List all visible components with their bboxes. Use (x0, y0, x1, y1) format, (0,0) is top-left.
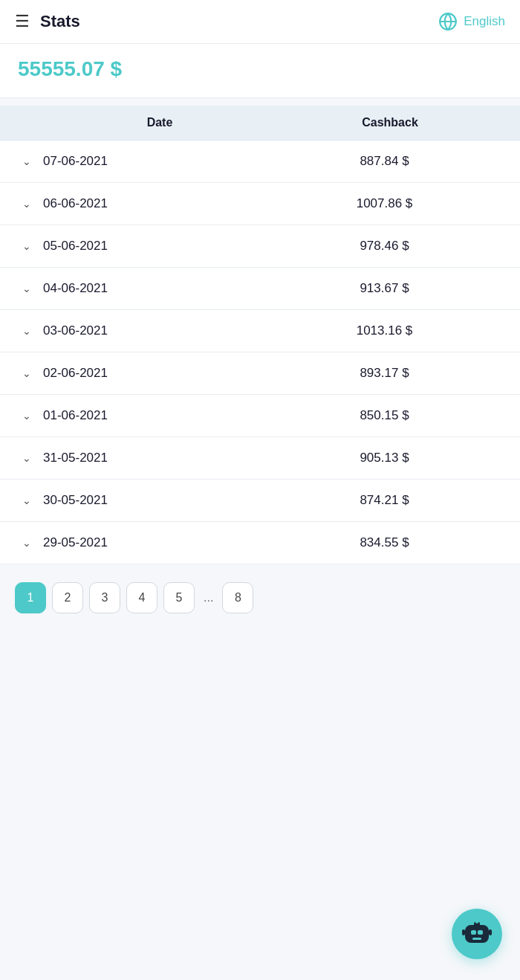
menu-icon[interactable]: ☰ (15, 12, 30, 31)
cashback-cell: 905.13 $ (264, 451, 505, 465)
table-row[interactable]: ⌄ 06-06-2021 1007.86 $ (0, 183, 520, 225)
page-button-4[interactable]: 4 (126, 582, 157, 613)
language-switcher[interactable]: English (438, 12, 505, 31)
robot-icon (461, 918, 493, 950)
chevron-down-icon: ⌄ (22, 240, 31, 252)
cashback-cell: 978.46 $ (264, 239, 505, 254)
table-row[interactable]: ⌄ 29-05-2021 834.55 $ (0, 522, 520, 564)
date-value: 29-05-2021 (43, 535, 108, 550)
date-value: 01-06-2021 (43, 408, 108, 423)
date-value: 31-05-2021 (43, 451, 108, 465)
chevron-down-icon: ⌄ (22, 283, 31, 294)
page-button-1[interactable]: 1 (15, 582, 46, 613)
cashback-cell: 874.21 $ (264, 493, 505, 508)
balance-card: 55555.07 $ (0, 44, 520, 98)
stats-table: Date Cashback ⌄ 07-06-2021 887.84 $ ⌄ 06… (0, 106, 520, 564)
table-row[interactable]: ⌄ 31-05-2021 905.13 $ (0, 437, 520, 480)
robot-fab[interactable] (452, 909, 502, 959)
table-row[interactable]: ⌄ 05-06-2021 978.46 $ (0, 225, 520, 268)
date-value: 04-06-2021 (43, 281, 108, 296)
cashback-cell: 887.84 $ (264, 154, 505, 169)
date-cell: ⌄ 01-06-2021 (15, 408, 264, 423)
chevron-down-icon: ⌄ (22, 410, 31, 422)
table-row[interactable]: ⌄ 01-06-2021 850.15 $ (0, 395, 520, 437)
table-row[interactable]: ⌄ 30-05-2021 874.21 $ (0, 480, 520, 522)
globe-icon (438, 12, 458, 31)
date-value: 03-06-2021 (43, 323, 108, 338)
table-row[interactable]: ⌄ 02-06-2021 893.17 $ (0, 352, 520, 395)
date-value: 02-06-2021 (43, 366, 108, 381)
page-title: Stats (40, 12, 80, 31)
date-cell: ⌄ 05-06-2021 (15, 239, 264, 254)
cashback-column-header: Cashback (275, 116, 505, 129)
svg-rect-7 (489, 929, 492, 935)
date-cell: ⌄ 29-05-2021 (15, 535, 264, 550)
date-value: 07-06-2021 (43, 154, 108, 169)
date-value: 06-06-2021 (43, 196, 108, 211)
page-button-5[interactable]: 5 (163, 582, 195, 613)
chevron-down-icon: ⌄ (22, 367, 31, 379)
svg-rect-3 (471, 930, 476, 935)
date-cell: ⌄ 04-06-2021 (15, 281, 264, 296)
chevron-down-icon: ⌄ (22, 198, 31, 210)
date-cell: ⌄ 30-05-2021 (15, 493, 264, 508)
page-button-8[interactable]: 8 (222, 582, 253, 613)
table-header: Date Cashback (0, 106, 520, 141)
date-column-header: Date (15, 116, 275, 129)
svg-point-9 (475, 921, 478, 923)
chevron-down-icon: ⌄ (22, 537, 31, 549)
language-label: English (464, 14, 505, 29)
date-cell: ⌄ 03-06-2021 (15, 323, 264, 338)
cashback-cell: 1013.16 $ (264, 323, 505, 338)
svg-rect-6 (462, 929, 465, 935)
chevron-down-icon: ⌄ (22, 155, 31, 167)
date-value: 30-05-2021 (43, 493, 108, 508)
table-row[interactable]: ⌄ 07-06-2021 887.84 $ (0, 141, 520, 183)
cashback-cell: 834.55 $ (264, 535, 505, 550)
table-rows: ⌄ 07-06-2021 887.84 $ ⌄ 06-06-2021 1007.… (0, 141, 520, 564)
date-cell: ⌄ 07-06-2021 (15, 154, 264, 169)
svg-rect-4 (478, 930, 483, 935)
date-value: 05-06-2021 (43, 239, 108, 254)
table-row[interactable]: ⌄ 04-06-2021 913.67 $ (0, 268, 520, 310)
chevron-down-icon: ⌄ (22, 452, 31, 464)
header: ☰ Stats English (0, 0, 520, 44)
cashback-cell: 850.15 $ (264, 408, 505, 423)
cashback-cell: 1007.86 $ (264, 196, 505, 211)
page-button-3[interactable]: 3 (89, 582, 120, 613)
balance-amount: 55555.07 $ (18, 57, 502, 81)
header-left: ☰ Stats (15, 12, 80, 31)
date-cell: ⌄ 06-06-2021 (15, 196, 264, 211)
table-row[interactable]: ⌄ 03-06-2021 1013.16 $ (0, 310, 520, 352)
date-cell: ⌄ 02-06-2021 (15, 366, 264, 381)
svg-rect-2 (465, 925, 489, 943)
pagination: 12345...8 (0, 564, 520, 631)
chevron-down-icon: ⌄ (22, 325, 31, 337)
chevron-down-icon: ⌄ (22, 494, 31, 506)
pagination-buttons: 12345...8 (15, 582, 253, 613)
pagination-ellipsis: ... (201, 591, 216, 605)
cashback-cell: 893.17 $ (264, 366, 505, 381)
page-button-2[interactable]: 2 (52, 582, 83, 613)
date-cell: ⌄ 31-05-2021 (15, 451, 264, 465)
svg-rect-5 (472, 938, 481, 940)
cashback-cell: 913.67 $ (264, 281, 505, 296)
